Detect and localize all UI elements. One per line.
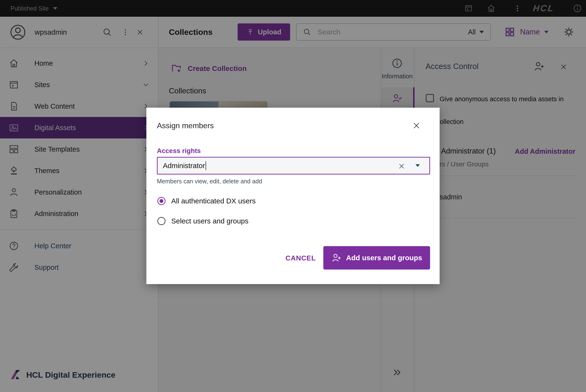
access-rights-value: Administrator — [163, 162, 205, 170]
radio-select-users-groups[interactable]: Select users and groups — [157, 213, 248, 229]
person-plus-icon — [331, 252, 342, 263]
radio-all-authenticated-users[interactable]: All authenticated DX users — [157, 193, 256, 209]
assign-members-modal: Assign members Access rights Administrat… — [146, 108, 440, 284]
modal-title: Assign members — [157, 121, 214, 130]
access-rights-combobox[interactable]: Administrator — [157, 157, 430, 174]
access-rights-label: Access rights — [157, 147, 201, 155]
add-users-groups-label: Add users and groups — [346, 254, 422, 262]
access-rights-helper-text: Members can view, edit, delete and add — [157, 178, 262, 185]
modal-close-button[interactable] — [412, 117, 421, 134]
radio-button — [157, 197, 166, 205]
dropdown-caret-icon[interactable] — [416, 164, 420, 167]
cancel-button[interactable]: CANCEL — [282, 250, 320, 266]
text-cursor — [206, 161, 206, 170]
close-icon — [412, 121, 421, 130]
radio-button — [157, 217, 166, 225]
clear-field-button[interactable] — [397, 162, 406, 170]
add-users-groups-button[interactable]: Add users and groups — [323, 246, 430, 270]
